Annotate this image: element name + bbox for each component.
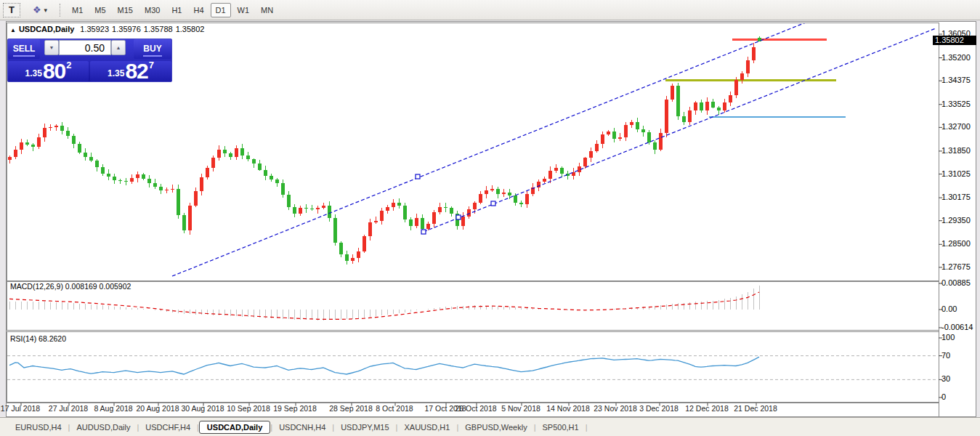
- candlestick: [740, 73, 744, 81]
- candlestick: [490, 189, 494, 190]
- candlestick: [485, 190, 488, 195]
- trendline-handle[interactable]: [416, 174, 420, 179]
- candlestick: [54, 126, 58, 126]
- arrows-tool-button[interactable]: ❖ ▾: [25, 3, 55, 17]
- sell-button[interactable]: SELL: [8, 39, 40, 59]
- text-tool-button[interactable]: T: [3, 3, 20, 17]
- bid-pipette: 2: [66, 60, 71, 70]
- date-tick-label: 10 Sep 2018: [227, 404, 270, 413]
- date-tick-label: 30 Aug 2018: [182, 404, 224, 413]
- candlestick: [647, 132, 651, 142]
- volume-decrease-button[interactable]: ▼: [44, 40, 59, 55]
- trendline-handle[interactable]: [456, 215, 461, 219]
- candlestick: [415, 218, 418, 226]
- candlestick: [607, 132, 610, 134]
- timeframe-button-d1[interactable]: D1: [211, 3, 231, 17]
- volume-input[interactable]: [59, 40, 111, 55]
- timeframe-button-mn[interactable]: MN: [256, 3, 278, 17]
- trendline-handle[interactable]: [421, 230, 426, 234]
- date-tick-label: 28 Sep 2018: [329, 404, 373, 413]
- candlestick: [118, 180, 122, 181]
- timeframe-button-m5[interactable]: M5: [89, 3, 110, 17]
- candlestick: [200, 177, 203, 191]
- candlestick: [84, 153, 87, 157]
- chart-tab-usdjpy[interactable]: USDJPY,M15: [334, 421, 395, 434]
- ohlc-low: 1.35788: [144, 25, 173, 33]
- candlestick: [159, 187, 163, 190]
- chart-tab-gbpusd[interactable]: GBPUSD,Weekly: [458, 421, 533, 434]
- candlestick: [700, 102, 703, 110]
- timeframe-button-m30[interactable]: M30: [139, 3, 165, 17]
- candlestick: [287, 195, 291, 206]
- candlestick: [206, 168, 209, 177]
- candlestick: [153, 183, 157, 187]
- candlestick: [653, 142, 657, 150]
- ask-price[interactable]: 1.35 82 7: [90, 61, 171, 81]
- candlestick: [182, 215, 186, 230]
- toolbar-separator: [60, 4, 61, 17]
- timeframe-button-w1[interactable]: W1: [232, 3, 255, 17]
- candlestick: [659, 133, 663, 150]
- candlestick: [694, 102, 697, 110]
- chart-tab-audusd[interactable]: AUDUSD,Daily: [70, 421, 137, 434]
- candlestick: [583, 158, 587, 166]
- candlestick: [31, 145, 35, 147]
- date-tick-label: 27 Jul 2018: [49, 404, 88, 413]
- candlestick: [450, 208, 453, 214]
- date-tick-label: 20 Aug 2018: [137, 404, 179, 413]
- timeframe-button-h1[interactable]: H1: [166, 3, 187, 17]
- trendline-handle[interactable]: [491, 201, 495, 206]
- candlestick: [49, 127, 52, 128]
- candlestick: [78, 144, 81, 152]
- sell-label: SELL: [13, 44, 36, 57]
- price-tick-label: 1.31025: [941, 169, 971, 178]
- chart-tab-xauusd[interactable]: XAUUSD,H1: [397, 421, 456, 434]
- candlestick: [496, 189, 500, 195]
- date-tick-label: 14 Nov 2018: [546, 404, 590, 413]
- candlestick: [368, 222, 372, 236]
- candlestick: [554, 168, 558, 171]
- collapse-icon[interactable]: ▲: [10, 27, 16, 33]
- candlestick: [432, 212, 436, 223]
- macd-tick-label: -0.00614: [941, 323, 973, 331]
- bid-price[interactable]: 1.35 80 2: [8, 61, 89, 81]
- candlestick: [351, 258, 355, 261]
- candlestick: [746, 60, 750, 73]
- candlestick: [147, 179, 151, 183]
- candlestick: [316, 208, 320, 210]
- chart-tab-sp500[interactable]: SP500,H1: [536, 421, 586, 434]
- bid-big-digits: 80: [43, 62, 65, 81]
- chart-tab-usdchf[interactable]: USDCHF,H4: [139, 421, 197, 434]
- candlestick: [240, 148, 244, 156]
- volume-increase-button[interactable]: ▲: [111, 40, 126, 55]
- candlestick: [72, 136, 76, 144]
- candlestick: [246, 156, 250, 160]
- candlestick: [333, 218, 337, 243]
- timeframe-button-h4[interactable]: H4: [188, 3, 208, 17]
- buy-button[interactable]: BUY: [134, 39, 171, 59]
- candlestick: [461, 217, 465, 226]
- timeframe-button-m15[interactable]: M15: [113, 3, 138, 17]
- candlestick: [299, 208, 302, 214]
- candlestick: [438, 207, 442, 213]
- macd-tick-label: 0.00885: [941, 278, 971, 287]
- candlestick: [612, 132, 616, 139]
- macd-tick-label: 0.00: [941, 304, 957, 313]
- price-tick-label: 1.35200: [941, 53, 971, 62]
- candlestick: [479, 194, 482, 202]
- candlestick: [124, 181, 128, 182]
- chevron-down-icon: ▾: [44, 7, 48, 14]
- chart-tab-usdcad[interactable]: USDCAD,Daily: [199, 421, 270, 434]
- rsi-tick-label: 30: [941, 374, 950, 383]
- ohlc-open: 1.35923: [80, 25, 109, 33]
- price-tick-label: 1.32700: [941, 122, 971, 131]
- chart-tab-eurusd[interactable]: EURUSD,H4: [9, 421, 68, 434]
- chart-tab-usdcnh[interactable]: USDCNH,H4: [272, 421, 332, 434]
- candlestick: [322, 206, 325, 208]
- candlestick: [270, 176, 273, 179]
- ask-big-digits: 82: [125, 62, 147, 81]
- timeframe-button-m1[interactable]: M1: [67, 3, 88, 17]
- price-tick-label: 1.34375: [941, 76, 971, 84]
- candlestick: [211, 158, 215, 167]
- price-tick-label: 1.30175: [941, 193, 971, 201]
